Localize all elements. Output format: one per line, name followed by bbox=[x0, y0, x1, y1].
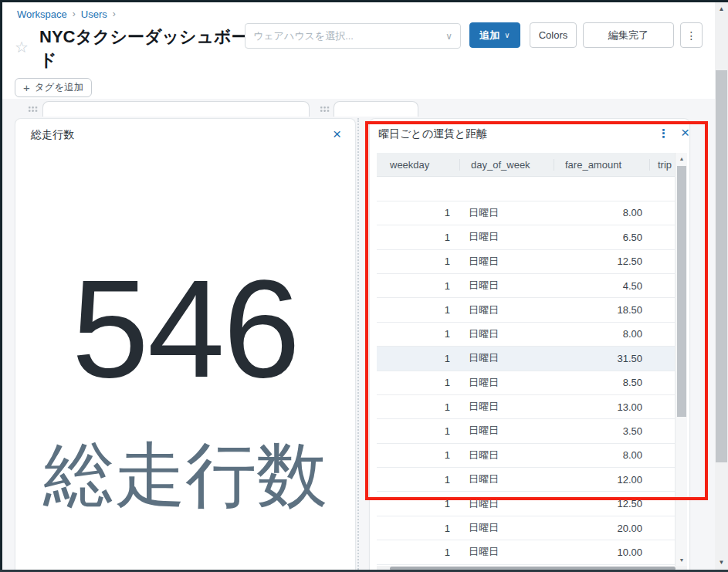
table-vertical-scrollbar[interactable]: ▲ ▼ bbox=[675, 153, 687, 572]
table-row[interactable]: 1 日曜日 8.00 bbox=[377, 323, 675, 347]
table-row[interactable]: 1 日曜日 12.50 bbox=[377, 492, 675, 516]
table-row[interactable] bbox=[377, 177, 675, 201]
add-button-label: 追加 bbox=[479, 29, 499, 42]
page-scrollbar-thumb[interactable] bbox=[716, 70, 727, 462]
scroll-down-icon[interactable]: ▼ bbox=[676, 557, 688, 563]
cell-day-of-week: 日曜日 bbox=[460, 230, 554, 244]
table-row[interactable]: 1 日曜日 31.50 bbox=[377, 347, 675, 371]
cell-day-of-week: 日曜日 bbox=[460, 351, 554, 365]
breadcrumb-users[interactable]: Users bbox=[81, 8, 107, 20]
scroll-up-icon[interactable]: ▲ bbox=[676, 156, 688, 161]
cell-fare-amount: 8.00 bbox=[554, 449, 650, 461]
cell-day-of-week: 日曜日 bbox=[460, 448, 554, 462]
clipped-widget bbox=[334, 101, 418, 117]
scroll-down-icon[interactable]: ▼ bbox=[715, 559, 728, 566]
table-row[interactable]: 1 日曜日 13.00 bbox=[377, 395, 675, 419]
warehouse-select-placeholder: ウェアハウスを選択... bbox=[253, 29, 445, 43]
table-row[interactable]: 1 日曜日 3.50 bbox=[377, 419, 675, 443]
table-row[interactable]: 1 日曜日 12.00 bbox=[377, 468, 675, 492]
table-row[interactable]: 1 日曜日 18.50 bbox=[377, 298, 675, 322]
cell-day-of-week: 日曜日 bbox=[460, 472, 554, 486]
favorite-star-icon[interactable]: ☆ bbox=[15, 38, 29, 56]
cell-weekday: 1 bbox=[377, 401, 460, 413]
data-table: weekday day_of_week fare_amount trip 1 日… bbox=[377, 153, 675, 572]
cell-weekday: 1 bbox=[377, 377, 460, 388]
cell-fare-amount: 10.00 bbox=[554, 547, 650, 558]
cell-weekday: 1 bbox=[377, 328, 460, 340]
cell-weekday: 1 bbox=[377, 280, 460, 292]
add-tag-button[interactable]: + タグを追加 bbox=[15, 78, 92, 97]
kebab-menu-button[interactable]: ⋮ bbox=[680, 22, 703, 48]
cell-weekday: 1 bbox=[377, 547, 460, 558]
kebab-icon[interactable]: ⋮ bbox=[658, 127, 669, 140]
page-header: Workspace › Users › ☆ NYCタクシーダッシュボード ウェア… bbox=[2, 2, 715, 99]
cell-fare-amount: 8.50 bbox=[554, 377, 650, 388]
table-row[interactable]: 1 日曜日 8.00 bbox=[377, 201, 675, 225]
table-header-row: weekday day_of_week fare_amount trip bbox=[377, 153, 675, 177]
cell-day-of-week: 日曜日 bbox=[460, 521, 554, 535]
cell-fare-amount: 8.00 bbox=[554, 207, 650, 218]
drag-handle-icon[interactable] bbox=[320, 106, 330, 112]
grid-column-divider bbox=[357, 118, 359, 572]
breadcrumb-current-blank bbox=[176, 4, 279, 22]
cell-weekday: 1 bbox=[377, 353, 460, 364]
cell-day-of-week: 日曜日 bbox=[460, 545, 554, 559]
table-widget-title: 曜日ごとの運賃と距離 bbox=[378, 127, 487, 141]
chevron-down-icon: ∨ bbox=[504, 31, 510, 39]
clipped-widget bbox=[42, 101, 310, 117]
cell-weekday: 1 bbox=[377, 207, 460, 218]
page-scrollbar[interactable]: ▲ ▼ bbox=[715, 2, 728, 570]
cell-fare-amount: 18.50 bbox=[554, 304, 650, 316]
colors-button[interactable]: Colors bbox=[530, 22, 577, 48]
table-row[interactable]: 1 日曜日 4.50 bbox=[377, 274, 675, 298]
cell-fare-amount: 4.50 bbox=[554, 280, 650, 292]
cell-fare-amount: 8.00 bbox=[554, 328, 650, 340]
cell-fare-amount: 12.00 bbox=[554, 474, 650, 486]
cell-day-of-week: 日曜日 bbox=[460, 303, 554, 317]
table-row[interactable]: 1 日曜日 12.50 bbox=[377, 250, 675, 274]
cell-weekday: 1 bbox=[377, 425, 460, 437]
breadcrumb-workspace[interactable]: Workspace bbox=[17, 8, 67, 20]
cell-weekday: 1 bbox=[377, 498, 460, 509]
cell-weekday: 1 bbox=[377, 523, 460, 534]
cell-fare-amount: 20.00 bbox=[554, 523, 650, 534]
table-row[interactable]: 1 日曜日 6.50 bbox=[377, 225, 675, 249]
table-scrollbar-thumb[interactable] bbox=[677, 166, 686, 417]
cell-fare-amount: 13.00 bbox=[554, 401, 650, 413]
breadcrumb-separator-icon: › bbox=[73, 8, 76, 19]
table-body: 1 日曜日 8.00 1 日曜日 6.50 1 日曜日 12.50 1 日曜日 … bbox=[377, 177, 675, 572]
app-window: Workspace › Users › ☆ NYCタクシーダッシュボード ウェア… bbox=[0, 0, 728, 572]
drag-handle-icon[interactable] bbox=[28, 106, 38, 112]
edit-done-button[interactable]: 編集完了 bbox=[583, 22, 674, 48]
add-button[interactable]: 追加 ∨ bbox=[469, 22, 520, 48]
breadcrumb: Workspace › Users › bbox=[17, 7, 116, 21]
column-header-weekday[interactable]: weekday bbox=[377, 159, 460, 171]
column-header-trip[interactable]: trip bbox=[650, 159, 675, 171]
table-row[interactable]: 1 日曜日 20.00 bbox=[377, 516, 675, 540]
counter-widget-title: 総走行数 bbox=[31, 128, 74, 142]
cell-day-of-week: 日曜日 bbox=[460, 255, 554, 269]
table-row[interactable]: 1 日曜日 8.00 bbox=[377, 444, 675, 468]
cell-fare-amount: 6.50 bbox=[554, 232, 650, 243]
column-header-day-of-week[interactable]: day_of_week bbox=[460, 159, 554, 171]
table-row[interactable]: 1 日曜日 8.50 bbox=[377, 371, 675, 395]
window-frame-left bbox=[0, 0, 2, 572]
close-icon[interactable]: × bbox=[333, 127, 341, 141]
cell-weekday: 1 bbox=[377, 304, 460, 316]
chevron-down-icon: ∨ bbox=[445, 31, 452, 42]
cell-day-of-week: 日曜日 bbox=[460, 206, 554, 220]
close-icon[interactable]: × bbox=[681, 125, 689, 140]
cell-fare-amount: 3.50 bbox=[554, 425, 650, 437]
cell-day-of-week: 日曜日 bbox=[460, 424, 554, 438]
table-row[interactable]: 1 日曜日 10.00 bbox=[377, 540, 675, 564]
counter-value: 546 bbox=[15, 245, 356, 412]
window-frame-top bbox=[0, 0, 728, 2]
cell-weekday: 1 bbox=[377, 449, 460, 461]
cell-fare-amount: 12.50 bbox=[554, 256, 650, 267]
breadcrumb-separator-icon: › bbox=[113, 8, 116, 19]
scroll-up-icon[interactable]: ▲ bbox=[715, 5, 728, 12]
column-header-fare-amount[interactable]: fare_amount bbox=[554, 159, 650, 171]
warehouse-select[interactable]: ウェアハウスを選択... ∨ bbox=[245, 23, 461, 49]
cell-day-of-week: 日曜日 bbox=[460, 400, 554, 414]
cell-fare-amount: 31.50 bbox=[554, 353, 650, 364]
